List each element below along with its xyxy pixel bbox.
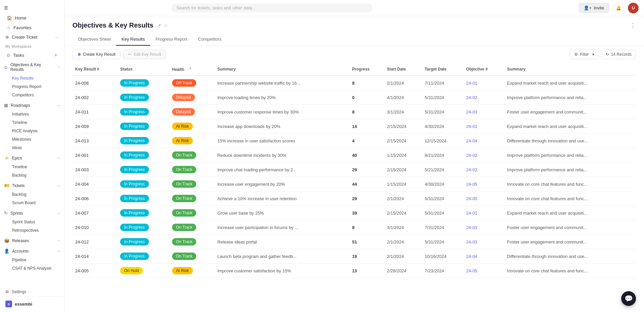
sidebar-item-home[interactable]: 🏠 Home [1, 13, 63, 23]
cell-objective-1[interactable]: 24-02 [464, 90, 504, 105]
sidebar-item-milestones[interactable]: Milestones [1, 135, 63, 143]
col-health[interactable]: Health ↑ 2 [169, 63, 215, 76]
table-row[interactable]: 24-009 In Progress At Risk Increase app … [72, 119, 636, 134]
cell-objective-7[interactable]: 24-05 [464, 177, 504, 191]
tickets-collapse-icon[interactable]: − [58, 183, 60, 188]
sidebar-item-favorites[interactable]: ☆ Favorites [1, 23, 63, 32]
tab-progress-report[interactable]: Progress Report [150, 33, 193, 46]
accounts-collapse-icon[interactable]: − [58, 249, 60, 254]
create-ticket-button[interactable]: ⊕ Create Ticket ··· [0, 33, 64, 42]
sidebar-group-releases-header[interactable]: 📦 Releases − [0, 236, 64, 245]
okr-collapse-icon[interactable]: − [58, 65, 60, 70]
chat-button[interactable]: 💬 [621, 291, 636, 306]
cell-objective-11[interactable]: 24-03 [464, 235, 504, 249]
sprints-collapse-icon[interactable]: − [58, 211, 60, 216]
sidebar-item-timeline[interactable]: Timeline [1, 119, 63, 127]
cell-objective-10[interactable]: 24-03 [464, 220, 504, 235]
cell-objective-12[interactable]: 24-04 [464, 249, 504, 264]
settings-item[interactable]: ⚙ Settings [0, 287, 64, 296]
cell-objective-2[interactable]: 24-03 [464, 105, 504, 119]
cell-start-date-3: 2/15/2024 [384, 119, 422, 134]
tab-objectives-sheet[interactable]: Objectives Sheet [72, 33, 116, 46]
tasks-add-icon[interactable]: + [54, 52, 57, 58]
cell-target-date-0: 7/11/2024 [422, 76, 464, 90]
table-row[interactable]: 24-006 In Progress On Track Achieve a 10… [72, 191, 636, 206]
cell-obj-summary-10: Foster user engagement and communit... [504, 220, 636, 235]
cell-key-result-8: 24-006 [72, 191, 117, 206]
cell-objective-8[interactable]: 24-05 [464, 191, 504, 206]
sidebar-item-epics-backlog[interactable]: Backlog [1, 171, 63, 179]
sidebar-item-backlog[interactable]: Backlog [1, 190, 63, 198]
table-row[interactable]: 24-001 In Progress On Track Reduce downt… [72, 148, 636, 163]
sidebar-item-csat-nps[interactable]: CSAT & NPS Analysis [1, 264, 63, 272]
sidebar-toggle[interactable]: ☰ [0, 3, 64, 13]
cell-progress-3: 14 [350, 119, 384, 134]
sidebar-group-roadmaps-header[interactable]: ▦ Roadmaps − [0, 101, 64, 110]
sidebar-item-progress-report[interactable]: Progress Report [1, 83, 63, 91]
cell-summary-0: Increase partnership website traffic by … [215, 76, 350, 90]
sidebar-group-epics-header[interactable]: ⚡ Epics − [0, 153, 64, 163]
table-row[interactable]: 24-014 In Progress On Track Launch beta … [72, 249, 636, 264]
cell-objective-3[interactable]: 24-01 [464, 119, 504, 134]
table-row[interactable]: 24-008 In Progress Off Track Increase pa… [72, 76, 636, 90]
table-row[interactable]: 24-013 In Progress At Risk 15% increase … [72, 134, 636, 148]
create-key-result-button[interactable]: ⊕ Create Key Result [72, 50, 120, 59]
topbar: Search for tickets, tasks and other data… [64, 0, 644, 16]
sidebar-item-sprint-status[interactable]: Sprint Status [1, 218, 63, 226]
sidebar-group-okr-header[interactable]: ⊙ Objectives & Key Results − [0, 60, 64, 74]
share-icon[interactable]: ↗ [157, 23, 161, 28]
tab-competitors[interactable]: Competitors [193, 33, 227, 46]
sidebar-group-accounts-header[interactable]: 👤 Accounts − [0, 246, 64, 256]
epics-collapse-icon[interactable]: − [58, 156, 60, 161]
notifications-button[interactable]: 🔔 [613, 3, 624, 13]
cell-health-6: On Track [169, 163, 215, 177]
cell-objective-4[interactable]: 24-04 [464, 134, 504, 148]
sidebar-item-competitors[interactable]: Competitors [1, 91, 63, 99]
roadmaps-collapse-icon[interactable]: − [58, 103, 60, 108]
col-status[interactable]: Status ↓ [117, 63, 169, 76]
sidebar-item-retrospectives[interactable]: Retrospectives [1, 226, 63, 234]
sidebar-item-pipeline[interactable]: Pipeline [1, 256, 63, 264]
sidebar-item-initiatives[interactable]: Initiatives [1, 110, 63, 118]
cell-progress-4: 4 [350, 134, 384, 148]
cell-objective-13[interactable]: 24-05 [464, 264, 504, 278]
tab-key-results[interactable]: Key Results [116, 33, 150, 46]
cell-progress-1: 0 [350, 90, 384, 105]
health-sort-icon[interactable]: ↑ [187, 68, 189, 72]
cell-objective-9[interactable]: 24-01 [464, 206, 504, 220]
table-row[interactable]: 24-012 In Progress On Track Release idea… [72, 235, 636, 249]
releases-collapse-icon[interactable]: − [58, 238, 60, 243]
cell-objective-5[interactable]: 24-02 [464, 148, 504, 163]
table-row[interactable]: 24-002 In Progress Delayed Improve loadi… [72, 90, 636, 105]
filter-button[interactable]: ⚙ Filter ▾ [570, 50, 599, 59]
sidebar-group-sprints-header[interactable]: ↻ Sprints − [0, 209, 64, 218]
sidebar-item-epics-timeline[interactable]: Timeline [1, 163, 63, 171]
table-row[interactable]: 24-007 In Progress On Track Grow user ba… [72, 206, 636, 220]
sidebar-item-ideas[interactable]: Ideas [1, 144, 63, 152]
sidebar-item-rice[interactable]: RICE Analysis [1, 127, 63, 135]
edit-key-result-button[interactable]: ✏ Edit Key Result [123, 50, 166, 59]
sidebar-item-scrum-board[interactable]: Scrum Board [1, 199, 63, 207]
table-row[interactable]: 24-003 In Progress On Track Improve chat… [72, 163, 636, 177]
records-count[interactable]: ↻ 14 Records [601, 50, 636, 59]
col-obj-summary: Summary [504, 63, 636, 76]
invite-button[interactable]: 👤+ Invite [579, 3, 609, 13]
more-options-icon[interactable]: ⋮ [630, 22, 636, 29]
sidebar-group-tickets-header[interactable]: 🎫 Tickets − [0, 181, 64, 190]
cell-objective-0[interactable]: 24-01 [464, 76, 504, 90]
refresh-icon: ↻ [606, 52, 609, 57]
table-row[interactable]: 24-011 In Progress Delayed Improve custo… [72, 105, 636, 119]
table-row[interactable]: 24-005 On Hold At Risk Improve customer … [72, 264, 636, 278]
cell-health-3: At Risk [169, 119, 215, 134]
cell-objective-6[interactable]: 24-02 [464, 163, 504, 177]
status-sort-icon[interactable]: ↓ [135, 68, 137, 71]
sidebar-item-tasks[interactable]: ⊙ Tasks + [1, 50, 63, 60]
key-results-table: Key Result # Status ↓ Health ↑ 2 Summary [72, 63, 636, 278]
sidebar-item-key-results[interactable]: Key Results [1, 74, 63, 82]
user-avatar[interactable]: U [628, 3, 639, 13]
cell-health-2: Delayed [169, 105, 215, 119]
table-row[interactable]: 24-004 In Progress On Track Increase use… [72, 177, 636, 191]
table-row[interactable]: 24-010 In Progress On Track Increase use… [72, 220, 636, 235]
bookmark-icon[interactable]: ☆ [164, 23, 168, 28]
search-bar[interactable]: Search for tickets, tasks and other data… [171, 3, 372, 12]
